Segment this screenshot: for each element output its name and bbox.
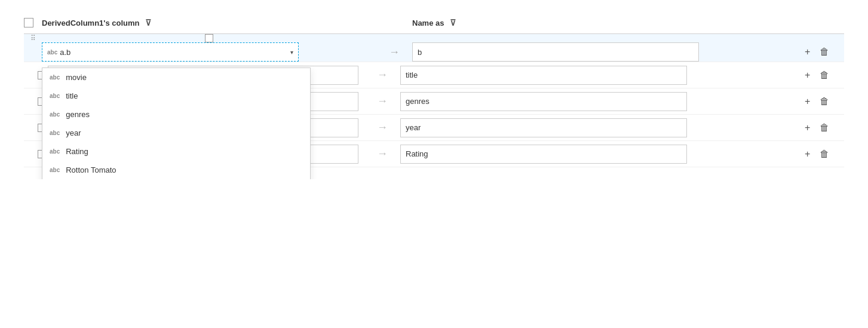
- name-as-label: Name as: [412, 19, 444, 27]
- delete-row-button[interactable]: 🗑: [818, 95, 830, 108]
- dropdown-item-label: genres: [66, 110, 90, 119]
- add-row-button[interactable]: +: [803, 95, 811, 108]
- name-as-input[interactable]: [400, 66, 687, 85]
- dropdown-item-movie[interactable]: abc movie: [42, 68, 310, 87]
- derived-column-label: DerivedColumn1's column: [42, 19, 139, 27]
- dropdown-item-rotton-tomato[interactable]: abc Rotton Tomato: [42, 161, 310, 179]
- add-row-button[interactable]: +: [803, 148, 811, 161]
- abc-badge: abc: [50, 167, 60, 173]
- dropdown-item-label: Rating: [66, 147, 88, 156]
- rows-area: ⠿ abc a.b ▾ abc movie abc: [24, 34, 844, 167]
- select-value: a.b: [60, 48, 290, 57]
- drag-handle[interactable]: ⠿: [24, 34, 42, 42]
- row-checkbox-cell: [42, 34, 376, 42]
- delete-row-button[interactable]: 🗑: [818, 69, 830, 82]
- dropdown-item-year[interactable]: abc year: [42, 124, 310, 142]
- row-actions: + 🗑: [796, 95, 844, 108]
- dropdown-arrow-icon: ▾: [290, 49, 293, 56]
- name-as-input[interactable]: [400, 145, 687, 164]
- row-actions: + 🗑: [796, 45, 844, 59]
- name-as-cell: [400, 118, 796, 137]
- row-actions: + 🗑: [796, 121, 844, 134]
- name-as-cell: [400, 66, 796, 85]
- main-container: DerivedColumn1's column ⊽ Name as ⊽ ⠿ ab…: [0, 0, 868, 179]
- add-row-button[interactable]: +: [803, 121, 811, 134]
- abc-badge: abc: [50, 93, 60, 99]
- abc-badge: abc: [50, 148, 60, 155]
- row-checkbox[interactable]: [205, 34, 213, 42]
- abc-badge: abc: [50, 111, 60, 118]
- name-as-cell: [412, 42, 796, 62]
- dropdown-item-label: movie: [66, 73, 87, 82]
- name-as-input[interactable]: [400, 92, 687, 111]
- source-column-cell: abc a.b ▾ abc movie abc title abc: [42, 42, 376, 62]
- dropdown-item-rating[interactable]: abc Rating: [42, 142, 310, 161]
- abc-badge: abc: [50, 130, 60, 136]
- table-header: DerivedColumn1's column ⊽ Name as ⊽: [24, 12, 844, 34]
- arrow-cell: →: [364, 121, 400, 134]
- row-actions: + 🗑: [796, 148, 844, 161]
- name-as-header: Name as ⊽: [412, 18, 796, 27]
- abc-badge: abc: [50, 74, 60, 81]
- arrow-cell: →: [364, 148, 400, 160]
- arrow-cell: →: [376, 46, 412, 59]
- delete-row-button[interactable]: 🗑: [818, 148, 830, 161]
- name-as-cell: [400, 145, 796, 164]
- name-as-cell: [400, 92, 796, 111]
- dropdown-item-label: Rotton Tomato: [66, 165, 116, 174]
- table-row: ⠿ abc a.b ▾ abc movie abc: [24, 34, 844, 62]
- name-as-filter-icon[interactable]: ⊽: [450, 18, 456, 27]
- dropdown-menu: abc movie abc title abc genres abc year: [42, 68, 311, 179]
- header-checkbox-cell: [24, 18, 42, 27]
- dropdown-item-genres[interactable]: abc genres: [42, 105, 310, 124]
- add-row-button[interactable]: +: [803, 69, 811, 82]
- name-as-input[interactable]: [400, 118, 687, 137]
- dropdown-item-title[interactable]: abc title: [42, 87, 310, 105]
- select-all-checkbox[interactable]: [24, 18, 33, 27]
- source-select-dropdown[interactable]: abc a.b ▾: [42, 42, 299, 62]
- delete-row-button[interactable]: 🗑: [818, 45, 830, 59]
- delete-row-button[interactable]: 🗑: [818, 121, 830, 134]
- dropdown-item-label: title: [66, 91, 78, 100]
- arrow-cell: →: [364, 95, 400, 108]
- derived-column-header: DerivedColumn1's column ⊽: [42, 18, 376, 27]
- row-actions: + 🗑: [796, 69, 844, 82]
- derived-column-filter-icon[interactable]: ⊽: [145, 18, 151, 27]
- dropdown-item-label: year: [66, 128, 81, 137]
- arrow-cell: →: [364, 69, 400, 81]
- name-as-input[interactable]: [412, 42, 699, 62]
- abc-badge: abc: [47, 49, 57, 56]
- add-row-button[interactable]: +: [803, 45, 811, 59]
